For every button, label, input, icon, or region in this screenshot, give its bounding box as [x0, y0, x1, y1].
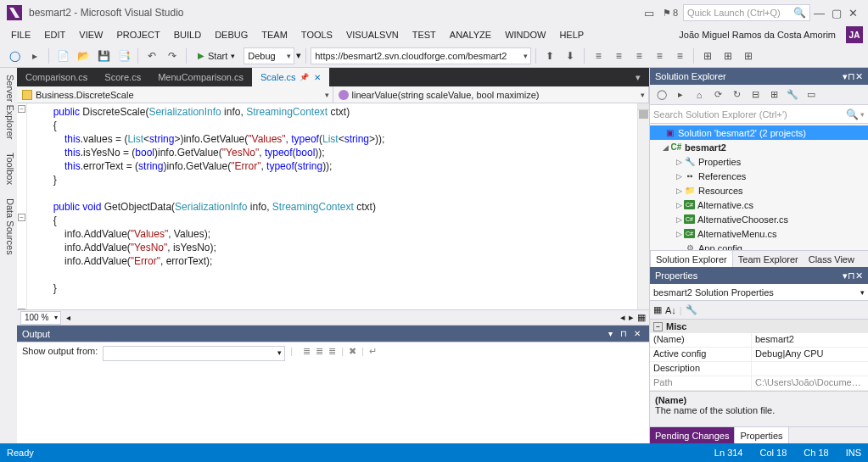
menu-debug[interactable]: DEBUG [209, 27, 254, 42]
se-collapse-icon[interactable]: ⊟ [747, 86, 764, 103]
code-text[interactable]: public DiscreteScale(SerializationInfo i… [27, 103, 637, 309]
prop-section[interactable]: −Misc [650, 320, 868, 333]
se-fwd-icon[interactable]: ▸ [672, 86, 689, 103]
out-icon-2[interactable]: ≣ [316, 346, 323, 357]
prop-row[interactable]: (Name)besmart2 [650, 333, 868, 348]
collapse-icon[interactable]: − [18, 309, 25, 309]
start-debug-button[interactable]: ▶ Start ▾ [191, 47, 242, 65]
minimize-button[interactable]: — [814, 7, 825, 19]
prop-row[interactable]: Active configDebug|Any CPU [650, 348, 868, 362]
nav-fwd-button[interactable]: ▸ [25, 47, 44, 65]
tb-icon-6[interactable]: ⊞ [698, 47, 717, 65]
categorized-icon[interactable]: ▦ [653, 304, 662, 315]
tb-icon-8[interactable]: ⊞ [739, 47, 758, 65]
se-showall-icon[interactable]: ⊞ [765, 86, 782, 103]
menu-tools[interactable]: TOOLS [295, 27, 339, 42]
tb-icon-3[interactable]: ≡ [630, 47, 648, 65]
se-home-icon[interactable]: ⌂ [691, 86, 708, 103]
alpha-icon[interactable]: A↓ [665, 305, 676, 315]
se-refresh-icon[interactable]: ↻ [728, 86, 745, 103]
feedback-icon[interactable]: ▭ [644, 7, 654, 19]
collapse-icon[interactable]: − [653, 322, 663, 331]
se-props-icon[interactable]: 🔧 [784, 86, 801, 103]
pin-icon[interactable]: ⊓ [848, 71, 855, 82]
tb-icon-2[interactable]: ≡ [609, 47, 628, 65]
prop-row[interactable]: Description [650, 362, 868, 376]
menu-view[interactable]: VIEW [73, 27, 109, 42]
svn-commit-button[interactable]: ⬆ [540, 47, 559, 65]
tab-solution-explorer[interactable]: Solution Explorer [650, 250, 733, 267]
pin-icon[interactable]: ⊓ [848, 270, 855, 281]
properties-title[interactable]: Properties ▾ ⊓ ✕ [650, 267, 868, 284]
tb-icon-1[interactable]: ≡ [589, 47, 608, 65]
prop-object-combo[interactable]: besmart2 Solution Properties [650, 284, 868, 301]
prop-row[interactable]: PathC:\Users\João\Documents\V [650, 376, 868, 391]
new-project-button[interactable]: 📄 [53, 47, 72, 65]
out-icon-4[interactable]: ✖ [349, 346, 356, 357]
menu-visualsvn[interactable]: VISUALSVN [340, 27, 405, 42]
config-combo[interactable]: Debug [244, 47, 294, 64]
split-icon[interactable] [638, 103, 649, 110]
undo-button[interactable]: ↶ [143, 47, 161, 65]
code-editor[interactable]: − − − public DiscreteScale(Serialization… [17, 103, 649, 309]
tb-icon-7[interactable]: ⊞ [719, 47, 737, 65]
tab-scale[interactable]: Scale.cs📌✕ [252, 68, 329, 86]
h-scroll-left-icon[interactable]: ◂ [620, 312, 625, 323]
outlining-margin[interactable]: − − − [17, 103, 27, 309]
tree-project[interactable]: ◢C#besmart2 [650, 140, 868, 154]
close-icon[interactable]: ✕ [855, 270, 863, 281]
tab-toolbox[interactable]: Toolbox [0, 146, 17, 192]
pin-icon[interactable]: ⊓ [617, 329, 630, 338]
tree-item[interactable]: ▷▪▪References [650, 169, 868, 183]
menu-project[interactable]: PROJECT [110, 27, 165, 42]
se-preview-icon[interactable]: ▭ [803, 86, 820, 103]
out-icon-5[interactable]: ↵ [369, 346, 377, 357]
save-button[interactable]: 💾 [94, 47, 113, 65]
notifications-flag[interactable]: ⚑8 [663, 8, 678, 19]
zoom-combo[interactable]: 100 % [20, 311, 61, 325]
svn-update-button[interactable]: ⬇ [561, 47, 580, 65]
tree-item[interactable]: ▷🔧Properties [650, 154, 868, 169]
menu-file[interactable]: FILE [5, 27, 36, 42]
tab-server-explorer[interactable]: Server Explorer [0, 68, 17, 146]
tabs-overflow-button[interactable]: ▾ [627, 68, 649, 86]
close-icon[interactable]: ✕ [630, 329, 644, 338]
output-panel-title[interactable]: Output ▾ ⊓ ✕ [17, 326, 649, 342]
tab-class-view[interactable]: Class View [804, 251, 860, 267]
pin-icon[interactable]: 📌 [300, 73, 309, 81]
tab-score[interactable]: Score.cs [96, 68, 149, 86]
menu-edit[interactable]: EDIT [38, 27, 71, 42]
nav-back-button[interactable]: ◯ [5, 47, 24, 65]
tb-icon-4[interactable]: ≡ [650, 47, 669, 65]
se-back-icon[interactable]: ◯ [653, 86, 670, 103]
quick-launch-input[interactable]: Quick Launch (Ctrl+Q) 🔍 [683, 4, 810, 21]
prop-pages-icon[interactable]: 🔧 [686, 304, 697, 315]
out-icon-3[interactable]: ≣ [328, 346, 336, 357]
tab-pending-changes[interactable]: Pending Changes [650, 427, 734, 443]
menu-build[interactable]: BUILD [168, 27, 207, 42]
menu-help[interactable]: HELP [553, 27, 590, 42]
tree-item[interactable]: ▷C#Alternative.cs [650, 198, 868, 212]
save-all-button[interactable]: 📑 [115, 47, 133, 65]
se-sync-icon[interactable]: ⟳ [709, 86, 726, 103]
output-source-combo[interactable] [103, 346, 285, 361]
solution-tree[interactable]: ▣Solution 'besmart2' (2 projects) ◢C#bes… [650, 124, 868, 250]
collapse-icon[interactable]: − [18, 105, 25, 113]
redo-button[interactable]: ↷ [163, 47, 182, 65]
user-badge[interactable]: JA [846, 26, 863, 43]
collapse-icon[interactable]: − [18, 214, 25, 221]
tab-comparison[interactable]: Comparison.cs [17, 68, 96, 86]
nav-member-combo[interactable]: linearValue(string scaleValue, bool maxi… [333, 86, 650, 103]
maximize-button[interactable]: ▢ [832, 7, 842, 19]
h-scroll-right-icon[interactable]: ▸ [629, 312, 634, 323]
nav-scope-combo[interactable]: Business.DiscreteScale [17, 86, 333, 103]
out-icon-1[interactable]: ≣ [303, 346, 311, 357]
panel-menu-icon[interactable]: ▾ [603, 329, 617, 338]
menu-window[interactable]: WINDOW [499, 27, 552, 42]
property-grid[interactable]: −Misc (Name)besmart2 Active configDebug|… [650, 320, 868, 391]
tab-data-sources[interactable]: Data Sources [0, 192, 17, 262]
tab-team-explorer[interactable]: Team Explorer [733, 251, 804, 267]
open-button[interactable]: 📂 [74, 47, 92, 65]
tree-item[interactable]: ▷C#AlternativeChooser.cs [650, 212, 868, 226]
solution-explorer-title[interactable]: Solution Explorer ▾ ⊓ ✕ [650, 68, 868, 85]
